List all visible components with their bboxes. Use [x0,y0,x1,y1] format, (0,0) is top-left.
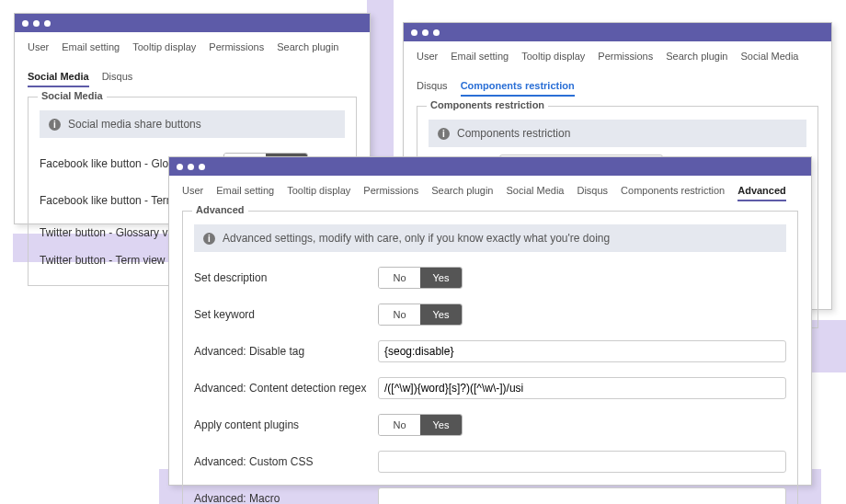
tab-search[interactable]: Search plugin [277,41,338,58]
info-icon: i [203,233,215,245]
tab-tooltip[interactable]: Tooltip display [521,51,585,67]
label-set-keyword: Set keyword [194,308,378,321]
banner-components: i Components restriction [429,120,806,147]
setting-row: Advanced: Macro [194,480,786,504]
tab-disqus[interactable]: Disqus [102,71,133,87]
tab-user[interactable]: User [417,51,438,67]
tab-permissions[interactable]: Permissions [598,51,653,67]
tab-user[interactable]: User [28,41,49,58]
fieldset-advanced: Advanced i Advanced settings, modify wit… [182,211,798,504]
info-icon: i [438,128,450,140]
tab-tooltip[interactable]: Tooltip display [287,185,350,201]
tab-tooltip[interactable]: Tooltip display [132,41,196,58]
tab-advanced[interactable]: Advanced [737,185,786,201]
tab-disqus[interactable]: Disqus [577,185,608,201]
tab-user[interactable]: User [182,185,203,201]
window-dot [411,29,417,36]
tab-social-media[interactable]: Social Media [28,71,89,87]
tab-social-media[interactable]: Social Media [741,51,799,67]
tab-email[interactable]: Email setting [62,41,120,58]
banner-text: Components restriction [457,127,570,140]
tab-components-restriction[interactable]: Components restriction [461,80,575,97]
label-apply-plugins: Apply content plugins [194,418,378,431]
label-set-description: Set description [194,271,378,284]
info-icon: i [49,119,61,131]
toggle-apply-plugins[interactable]: No Yes [378,414,463,436]
window-dot [22,20,29,27]
titlebar [169,157,811,176]
tab-email[interactable]: Email setting [451,51,509,67]
banner-text: Social media share buttons [68,118,201,131]
banner-text: Advanced settings, modify with care, onl… [223,232,610,245]
tabs-bar: User Email setting Tooltip display Permi… [404,41,831,102]
tabs-bar: User Email setting Tooltip display Permi… [169,176,811,207]
tabs-bar: User Email setting Tooltip display Permi… [15,32,370,93]
window-dot [44,20,51,27]
tab-search[interactable]: Search plugin [431,185,493,201]
toggle-set-keyword[interactable]: No Yes [378,304,463,326]
label-disable-tag: Advanced: Disable tag [194,345,378,358]
banner-social: i Social media share buttons [40,110,345,138]
input-macro[interactable] [378,487,786,504]
label-custom-css: Advanced: Custom CSS [194,455,378,468]
setting-row: Set description No Yes [194,259,786,296]
toggle-set-description[interactable]: No Yes [378,267,463,289]
setting-row: Advanced: Content detection regex [194,370,786,407]
setting-row: Advanced: Disable tag [194,333,786,370]
window-dot [177,164,183,170]
tab-search[interactable]: Search plugin [666,51,727,67]
tab-disqus[interactable]: Disqus [417,80,448,97]
legend-social: Social Media [38,90,107,101]
input-custom-css[interactable] [378,451,786,473]
titlebar [404,23,831,41]
setting-row: Set keyword No Yes [194,296,786,333]
toggle-yes[interactable]: Yes [420,268,462,288]
label-macro: Advanced: Macro [194,492,378,504]
tab-social-media[interactable]: Social Media [507,185,565,201]
window-dot [188,164,194,170]
window-dot [422,29,429,36]
titlebar [15,14,370,32]
tab-components-restriction[interactable]: Components restriction [621,185,725,201]
window-dot [199,164,205,170]
setting-row: Apply content plugins No Yes [194,407,786,443]
tab-email[interactable]: Email setting [216,185,274,201]
banner-advanced: i Advanced settings, modify with care, o… [194,224,786,252]
toggle-yes[interactable]: Yes [420,415,462,435]
toggle-no[interactable]: No [379,304,420,325]
tab-permissions[interactable]: Permissions [363,185,418,201]
legend-advanced: Advanced [192,204,248,215]
label-regex: Advanced: Content detection regex [194,382,378,395]
input-regex[interactable] [378,377,786,399]
toggle-no[interactable]: No [379,268,420,288]
toggle-no[interactable]: No [379,415,420,435]
window-dot [433,29,440,36]
window-dot [33,20,40,27]
input-disable-tag[interactable] [378,340,786,362]
setting-row: Advanced: Custom CSS [194,443,786,480]
tab-permissions[interactable]: Permissions [209,41,264,58]
legend-components: Components restriction [427,99,548,110]
window-advanced: User Email setting Tooltip display Permi… [168,156,812,486]
toggle-yes[interactable]: Yes [420,304,462,325]
